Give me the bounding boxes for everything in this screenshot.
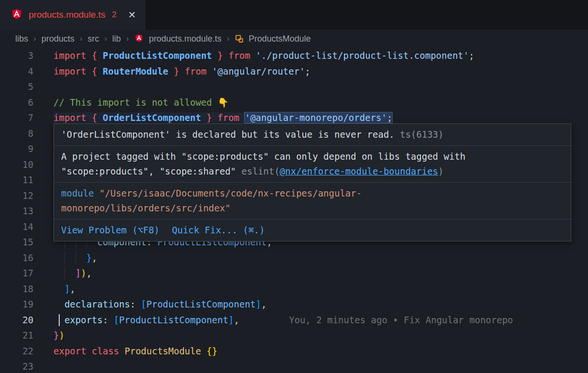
code-text: },: [53, 252, 97, 263]
view-problem-button[interactable]: View Problem (⌥F8): [61, 223, 160, 238]
code-line-content[interactable]: export class ProductsModule {}: [53, 343, 217, 359]
line-number: 19: [0, 296, 33, 312]
diagnostics-hover-popup: 'OrderListComponent' is declared but its…: [53, 123, 571, 241]
tab-products-module[interactable]: products.module.ts 2 ✕: [0, 0, 146, 30]
line-number: 14: [0, 219, 33, 235]
class-icon: [235, 34, 244, 43]
code-line-content[interactable]: }): [53, 328, 64, 343]
code-token: {: [92, 50, 97, 61]
code-token: [53, 299, 64, 309]
code-token: ,: [92, 252, 97, 263]
line-number: 5: [0, 79, 33, 95]
line-number: 10: [0, 157, 33, 173]
line-number: 7: [0, 110, 33, 126]
code-line-content[interactable]: import { ProductListComponent } from './…: [53, 48, 474, 64]
code-line-content[interactable]: ],: [53, 281, 75, 297]
breadcrumb: libs›products›src›lib›products.module.ts…: [0, 30, 588, 48]
code-token: // This import is not allowed: [53, 97, 217, 108]
code-line-19: 19 declarations: [ProductListComponent],: [0, 296, 588, 312]
tab-bar: products.module.ts 2 ✕: [0, 0, 588, 30]
breadcrumb-item-products-module-ts[interactable]: products.module.ts: [149, 34, 222, 44]
code-token: 👇: [217, 97, 229, 108]
code-line-17: 17 ]),: [0, 265, 588, 281]
code-token: [119, 346, 124, 356]
line-number: 21: [0, 328, 33, 343]
code-token: [86, 112, 92, 123]
angular-icon: [134, 34, 144, 44]
code-token: [201, 112, 206, 123]
code-line-content[interactable]: exports: [ProductListComponent],You, 2 m…: [53, 312, 513, 328]
diagnostic-eslint-line2: "scope:products", "scope:shared" eslint(…: [61, 164, 564, 179]
breadcrumb-item-productsmodule[interactable]: ProductsModule: [249, 34, 311, 44]
breadcrumb-item-lib[interactable]: lib: [112, 34, 121, 44]
code-token: from: [217, 112, 239, 123]
code-token: ;: [387, 112, 392, 123]
diagnostic-ts: 'OrderListComponent' is declared but its…: [54, 124, 571, 146]
code-line-content[interactable]: },: [53, 250, 97, 266]
code-token: [168, 66, 173, 77]
line-number: 11: [0, 172, 33, 188]
code-token: {}: [206, 346, 217, 356]
module-path-line2: monorepo/libs/orders/src/index": [61, 203, 231, 213]
code-token: {: [92, 66, 97, 77]
line-number: 6: [0, 95, 33, 110]
line-number: 22: [0, 343, 33, 359]
code-token: import: [53, 66, 86, 77]
code-token: [86, 66, 92, 77]
code-token: [212, 50, 217, 61]
hover-action-bar: View Problem (⌥F8) Quick Fix... (⌘.): [54, 219, 571, 241]
breadcrumb-item-products[interactable]: products: [42, 34, 75, 44]
code-token: }: [206, 112, 212, 123]
code-token: ,: [86, 268, 92, 278]
code-token: ;: [305, 66, 310, 77]
code-text: ]),: [53, 268, 92, 278]
code-token: class: [92, 346, 119, 356]
code-line-content[interactable]: ]),: [53, 265, 92, 281]
close-icon[interactable]: ✕: [128, 10, 136, 20]
code-token: :: [130, 299, 135, 309]
hover-range-highlight: '@angular-monorepo/orders';: [245, 112, 392, 123]
code-token: '@angular-monorepo/orders': [245, 112, 386, 123]
code-token: [97, 66, 103, 77]
diagnostic-ts-message: 'OrderListComponent' is declared but its…: [61, 129, 395, 140]
code-token: declarations: [64, 299, 130, 309]
code-token: import: [53, 112, 86, 123]
code-line-18: 18 ],: [0, 281, 588, 297]
module-path-line1: "/Users/isaac/Documents/code/nx-recipes/…: [99, 188, 362, 198]
breadcrumb-item-src[interactable]: src: [87, 34, 99, 44]
code-token: :: [103, 315, 108, 325]
code-text: }): [53, 330, 64, 340]
code-token: [223, 50, 228, 61]
module-info: module "/Users/isaac/Documents/code/nx-r…: [54, 183, 571, 219]
eslint-rule-link[interactable]: @nx/enforce-module-boundaries: [280, 166, 438, 176]
code-token: import: [53, 50, 86, 61]
tab-title: products.module.ts: [29, 10, 106, 20]
code-token: [206, 66, 212, 77]
code-token: ): [81, 268, 86, 278]
code-line-content[interactable]: // This import is not allowed 👇: [53, 95, 229, 110]
code-text: export class ProductsModule {}: [53, 346, 217, 356]
code-token: [97, 112, 103, 123]
code-token: '@angular/router': [212, 66, 305, 77]
code-token: ]: [228, 315, 234, 325]
code-token: ProductListComponent: [119, 315, 228, 325]
quick-fix-button[interactable]: Quick Fix... (⌘.): [172, 223, 265, 238]
code-line-22: 22export class ProductsModule {}: [0, 343, 588, 359]
code-line-content[interactable]: declarations: [ProductListComponent],: [53, 296, 267, 312]
code-token: [53, 315, 64, 325]
code-token: ProductsModule: [125, 346, 201, 356]
code-line-16: 16 },: [0, 250, 588, 266]
code-line-4: 4import { RouterModule } from '@angular/…: [0, 64, 588, 79]
code-token: OrderListComponent: [103, 112, 201, 123]
code-token: [201, 346, 206, 356]
code-token: [86, 50, 92, 61]
breadcrumb-separator: ›: [126, 34, 129, 44]
code-line-content[interactable]: import { RouterModule } from '@angular/r…: [53, 64, 310, 79]
diagnostic-eslint-line1: A project tagged with "scope:products" c…: [61, 149, 564, 164]
code-token: }: [217, 50, 223, 61]
code-token: from: [228, 50, 250, 61]
angular-icon: [11, 9, 23, 21]
git-blame-annotation: You, 2 minutes ago • Fix Angular monorep…: [289, 315, 513, 325]
code-token: export: [53, 346, 86, 356]
breadcrumb-item-libs[interactable]: libs: [15, 34, 28, 44]
